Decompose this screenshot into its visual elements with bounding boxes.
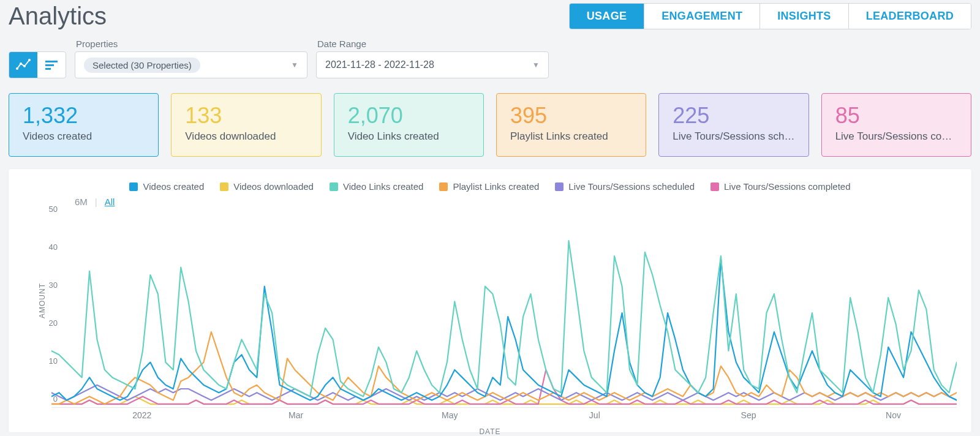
legend-label: Live Tours/Sessions completed: [724, 181, 851, 192]
chevron-down-icon: ▼: [532, 61, 540, 69]
date-range-label: Date Range: [316, 39, 549, 49]
svg-rect-4: [45, 61, 58, 62]
legend-swatch: [220, 182, 228, 191]
tab-usage[interactable]: USAGE: [570, 4, 644, 29]
legend-item[interactable]: Video Links created: [330, 181, 423, 192]
chevron-down-icon: ▼: [291, 61, 298, 69]
legend-item[interactable]: Videos downloaded: [220, 181, 314, 192]
tab-leaderboard[interactable]: LEADERBOARD: [848, 4, 971, 29]
legend-label: Videos downloaded: [233, 181, 314, 192]
properties-dropdown[interactable]: Selected (30 Properties) ▼: [75, 51, 307, 78]
range-all[interactable]: All: [105, 197, 115, 207]
date-range-value: 2021-11-28 - 2022-11-28: [325, 59, 434, 70]
svg-rect-6: [45, 68, 51, 70]
stat-cards: 1,332Videos created133Videos downloaded2…: [9, 93, 971, 157]
legend-swatch: [129, 182, 138, 191]
x-tick: Nov: [886, 410, 901, 420]
stat-label: Videos downloaded: [185, 130, 307, 143]
legend-swatch: [555, 182, 564, 191]
legend-item[interactable]: Playlist Links created: [439, 181, 539, 192]
stat-card[interactable]: 2,070Video Links created: [334, 93, 484, 157]
stat-card[interactable]: 133Videos downloaded: [171, 93, 321, 157]
chart-view-button[interactable]: [9, 52, 37, 78]
stat-label: Playlist Links created: [510, 130, 632, 143]
page-title: Analytics: [9, 2, 107, 30]
legend-label: Live Tours/Sessions scheduled: [568, 181, 695, 192]
legend-swatch: [439, 182, 448, 191]
tab-insights[interactable]: INSIGHTS: [760, 4, 848, 29]
stat-card[interactable]: 1,332Videos created: [9, 93, 159, 157]
legend-swatch: [710, 182, 719, 191]
y-tick: 50: [37, 205, 58, 214]
legend-item[interactable]: Videos created: [129, 181, 204, 192]
x-tick: May: [442, 410, 458, 420]
bars-icon: [44, 58, 59, 72]
range-6m[interactable]: 6M: [75, 197, 88, 207]
stat-value: 1,332: [23, 105, 145, 127]
view-toggle: [9, 51, 66, 78]
stat-value: 2,070: [348, 105, 470, 127]
stat-label: Videos created: [23, 130, 145, 143]
stat-value: 85: [835, 105, 957, 127]
properties-label: Properties: [75, 39, 307, 49]
legend-item[interactable]: Live Tours/Sessions completed: [710, 181, 851, 192]
legend-label: Video Links created: [343, 181, 423, 192]
svg-point-0: [16, 67, 18, 70]
properties-value-chip: Selected (30 Properties): [84, 58, 200, 73]
line-chart-icon: [16, 58, 31, 72]
x-axis-label: DATE: [479, 427, 500, 436]
svg-point-1: [20, 62, 22, 65]
x-axis-ticks: 2022MarMayJulSepNov: [51, 410, 957, 421]
x-tick: Jul: [589, 410, 600, 420]
legend-swatch: [330, 182, 338, 191]
x-tick: Sep: [741, 410, 756, 420]
chart-legend: Videos createdVideos downloadedVideo Lin…: [23, 181, 957, 192]
x-tick: 2022: [132, 410, 151, 420]
tab-nav: USAGE ENGAGEMENT INSIGHTS LEADERBOARD: [569, 3, 971, 29]
stat-label: Video Links created: [348, 130, 470, 143]
tab-engagement[interactable]: ENGAGEMENT: [644, 4, 760, 29]
plot-area: [51, 218, 957, 408]
legend-item[interactable]: Live Tours/Sessions scheduled: [555, 181, 695, 192]
legend-label: Videos created: [143, 181, 204, 192]
stat-value: 225: [673, 105, 794, 127]
svg-rect-5: [45, 64, 54, 66]
plot-svg: [51, 218, 957, 408]
date-range-dropdown[interactable]: 2021-11-28 - 2022-11-28 ▼: [316, 51, 549, 78]
legend-label: Playlist Links created: [453, 181, 539, 192]
chart-range-toggle: 6M | All: [23, 197, 957, 207]
list-view-button[interactable]: [37, 52, 66, 78]
x-tick: Mar: [288, 410, 303, 420]
stat-value: 395: [510, 105, 632, 127]
stat-label: Live Tours/Sessions sche…: [673, 130, 794, 143]
svg-point-3: [28, 59, 31, 61]
stat-value: 133: [185, 105, 307, 127]
stat-card[interactable]: 225Live Tours/Sessions sche…: [658, 93, 809, 157]
chart-panel: Videos createdVideos downloadedVideo Lin…: [9, 169, 971, 432]
svg-point-2: [23, 65, 26, 67]
stat-label: Live Tours/Sessions com…: [835, 130, 957, 143]
stat-card[interactable]: 395Playlist Links created: [496, 93, 646, 157]
stat-card[interactable]: 85Live Tours/Sessions com…: [821, 93, 971, 157]
